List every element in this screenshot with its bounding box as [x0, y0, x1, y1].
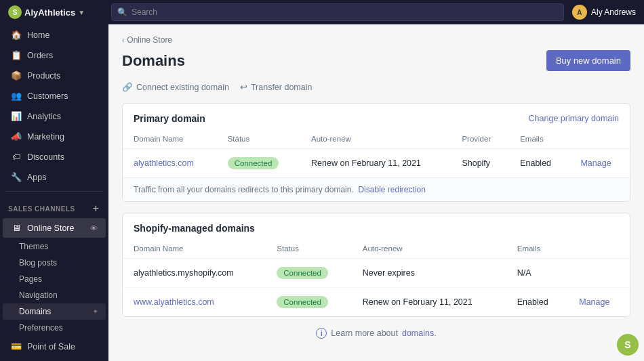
sidebar-item-label: Point of Sale [27, 342, 75, 352]
sidebar-item-analytics[interactable]: 📊 Analytics [3, 106, 106, 126]
connect-existing-domain-button[interactable]: 🔗 Connect existing domain [122, 82, 229, 92]
primary-domain-table: Domain Name Status Auto-renew Provider E… [123, 131, 630, 177]
brand-name: AlyAthletics [24, 7, 75, 18]
sidebar-sub-preferences[interactable]: Preferences [0, 320, 108, 336]
disable-redirection-link[interactable]: Disable redirection [358, 185, 425, 194]
customers-icon: 👥 [11, 91, 22, 101]
sidebar-item-orders[interactable]: 📋 Orders [3, 45, 106, 65]
col-provider: Provider [451, 131, 509, 149]
breadcrumb-chevron: ‹ [122, 37, 124, 44]
col-status: Status [217, 131, 300, 149]
products-icon: 📦 [11, 70, 22, 81]
top-nav: S AlyAthletics ▼ 🔍 Search A Aly Andrews [0, 0, 644, 24]
col-domain-name-2: Domain Name [123, 240, 266, 259]
online-store-visibility-icon[interactable]: 👁 [90, 224, 98, 232]
breadcrumb-link[interactable]: Online Store [127, 35, 172, 45]
sidebar-item-online-store[interactable]: 🖥 Online Store 👁 [3, 218, 106, 238]
page-title: Domains [122, 52, 185, 70]
search-icon: 🔍 [117, 7, 127, 17]
myshopify-domain: alyathletics.myshopify.com [134, 268, 234, 278]
emails-text: N/A [506, 259, 569, 288]
sales-channels-label: SALES CHANNELS ＋ [0, 196, 108, 217]
breadcrumb: ‹ Online Store [122, 35, 630, 45]
primary-domain-link[interactable]: alyathletics.com [134, 158, 194, 168]
sidebar-item-label: Discounts [27, 152, 64, 162]
shopify-managed-table: Domain Name Status Auto-renew Emails aly… [123, 240, 630, 316]
page-actions: 🔗 Connect existing domain ↩ Transfer dom… [122, 82, 630, 92]
primary-domain-title: Primary domain [134, 113, 205, 124]
domains-learn-more-link[interactable]: domains. [402, 328, 437, 338]
col-emails: Emails [509, 131, 569, 149]
auto-renew-text: Renew on February 11, 2021 [352, 288, 506, 317]
sidebar-item-label: Customers [27, 91, 68, 101]
col-auto-renew: Auto-renew [300, 131, 451, 149]
sidebar-item-point-of-sale[interactable]: 💳 Point of Sale [3, 337, 106, 356]
shopify-managed-domains-card: Shopify-managed domains Domain Name Stat… [122, 213, 630, 317]
table-row: www.alyathletics.com Connected Renew on … [123, 288, 630, 317]
emails-text: Enabled [509, 149, 569, 178]
online-store-icon: 🖥 [11, 223, 22, 233]
main-content: ‹ Online Store Domains Buy new domain 🔗 … [108, 24, 644, 361]
analytics-icon: 📊 [11, 111, 22, 121]
col-status-2: Status [266, 240, 352, 259]
sidebar-item-label: Products [27, 71, 60, 81]
sidebar-item-home[interactable]: 🏠 Home [3, 25, 106, 45]
home-icon: 🏠 [11, 30, 22, 40]
sidebar-item-customers[interactable]: 👥 Customers [3, 86, 106, 106]
apps-icon: 🔧 [11, 172, 22, 182]
change-primary-domain-link[interactable]: Change primary domain [529, 114, 619, 123]
discounts-icon: 🏷 [11, 152, 22, 162]
brand-icon: S [8, 5, 22, 19]
table-row: alyathletics.com Connected Renew on Febr… [123, 149, 630, 178]
sidebar-sub-blog-posts[interactable]: Blog posts [0, 255, 108, 271]
sidebar-item-apps[interactable]: 🔧 Apps [3, 167, 106, 187]
sidebar-item-discounts[interactable]: 🏷 Discounts [3, 147, 106, 167]
shopify-managed-title: Shopify-managed domains [134, 223, 255, 234]
www-domain-link[interactable]: www.alyathletics.com [134, 297, 214, 307]
auto-renew-text: Never expires [352, 259, 506, 288]
user-name: Aly Andrews [591, 7, 636, 17]
user-menu[interactable]: A Aly Andrews [572, 5, 636, 20]
sidebar-item-label: Marketing [27, 132, 64, 142]
sidebar-sub-pages[interactable]: Pages [0, 271, 108, 287]
connect-icon: 🔗 [122, 82, 133, 92]
col-domain-name: Domain Name [123, 131, 217, 149]
pos-icon: 💳 [11, 341, 22, 352]
buy-new-domain-button[interactable]: Buy new domain [546, 50, 630, 71]
search-bar[interactable]: 🔍 Search [111, 3, 564, 21]
marketing-icon: 📣 [11, 131, 22, 142]
orders-icon: 📋 [11, 50, 22, 60]
domains-cursor-icon: ⌖ [94, 307, 98, 316]
manage-link-1[interactable]: Manage [580, 158, 611, 168]
learn-more-text: Learn more about [331, 328, 398, 338]
brand-dropdown-icon[interactable]: ▼ [78, 9, 85, 16]
primary-domain-card-header: Primary domain Change primary domain [123, 104, 630, 131]
table-row: alyathletics.myshopify.com Connected Nev… [123, 259, 630, 288]
manage-link-2[interactable]: Manage [579, 297, 609, 307]
shopify-managed-card-header: Shopify-managed domains [123, 213, 630, 240]
sidebar-item-products[interactable]: 📦 Products [3, 66, 106, 85]
sidebar-sub-navigation[interactable]: Navigation [0, 287, 108, 303]
brand-logo[interactable]: S AlyAthletics ▼ [8, 5, 103, 19]
sidebar: 🏠 Home 📋 Orders 📦 Products 👥 Customers 📊… [0, 24, 108, 361]
provider-text: Shopify [451, 149, 509, 178]
sidebar-item-marketing[interactable]: 📣 Marketing [3, 127, 106, 146]
shopify-badge: S [617, 334, 639, 356]
info-icon: i [316, 328, 327, 339]
sidebar-item-facebook-shop[interactable]: f Facebook Shop [3, 357, 106, 361]
page-header: Domains Buy new domain [122, 50, 630, 71]
add-sales-channel-icon[interactable]: ＋ [91, 203, 101, 215]
col-emails-2: Emails [506, 240, 569, 259]
emails-text: Enabled [506, 288, 569, 317]
app-layout: 🏠 Home 📋 Orders 📦 Products 👥 Customers 📊… [0, 24, 644, 361]
transfer-domain-button[interactable]: ↩ Transfer domain [240, 82, 313, 92]
learn-more-section: i Learn more about domains. [122, 328, 630, 339]
col-auto-renew-2: Auto-renew [352, 240, 506, 259]
sidebar-item-label: Online Store [27, 224, 74, 233]
sidebar-item-label: Home [27, 30, 49, 40]
sidebar-sub-themes[interactable]: Themes [0, 238, 108, 255]
primary-domain-footer: Traffic from all your domains redirects … [123, 177, 630, 201]
sidebar-item-label: Apps [27, 173, 47, 182]
sidebar-divider [5, 191, 103, 192]
sidebar-sub-domains[interactable]: Domains ⌖ [3, 303, 106, 320]
